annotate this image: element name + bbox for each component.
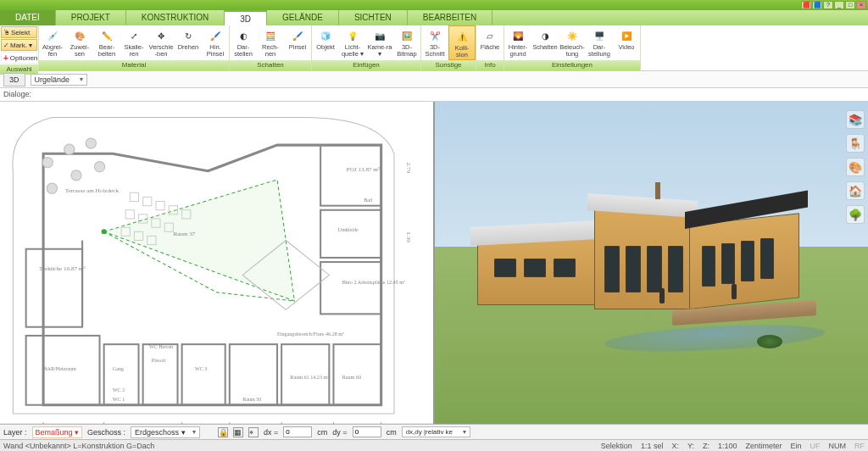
- floorplan-view[interactable]: Terrasse am Holzdeck Teeküche 10.87 m² R…: [0, 102, 435, 424]
- furniture-icon[interactable]: 🪑: [846, 134, 865, 153]
- title-bar: 🟥 🟦 ? _ □ ×: [0, 0, 868, 10]
- menu-sichten[interactable]: SICHTEN: [339, 10, 408, 25]
- snap-button[interactable]: ⌖: [248, 427, 259, 437]
- svg-text:Umkleide: Umkleide: [338, 227, 359, 232]
- geschoss-select[interactable]: Erdgeschoss ▾: [131, 426, 200, 438]
- dx-input[interactable]: [283, 426, 312, 437]
- camera-icon: 📷: [371, 27, 388, 44]
- palette-icon[interactable]: 🎨: [846, 158, 865, 176]
- object-icon: 🧊: [317, 27, 334, 44]
- menu-file[interactable]: DATEI: [0, 10, 56, 25]
- svg-text:Gang: Gang: [113, 366, 124, 371]
- status-rf: RF: [854, 442, 865, 450]
- 3d-view[interactable]: 📚 🪑 🎨 🏠 🌳: [435, 102, 868, 424]
- svg-text:FOJ 13.87 m²: FOJ 13.87 m²: [347, 166, 380, 173]
- menu-projekt[interactable]: PROJEKT: [56, 10, 126, 25]
- section-icon: ✂️: [426, 27, 443, 44]
- tool-3dbitmap[interactable]: 🖼️3D-Bitmap: [393, 25, 420, 60]
- group-einstellungen-label: Einstellungen: [504, 60, 640, 70]
- tool-darstellung[interactable]: 🖥️Dar-stellung: [586, 25, 613, 60]
- menu-3d[interactable]: 3D: [225, 10, 267, 25]
- group-sonstige: ✂️3D-Schnitt ⚠️Kolli-sion Sonstige: [421, 25, 476, 70]
- mark-button[interactable]: ✓ Mark. ▾: [1, 39, 37, 51]
- layers-icon[interactable]: 📚: [846, 110, 865, 129]
- maximize-button[interactable]: □: [845, 1, 855, 9]
- background-icon: 🌄: [509, 27, 526, 44]
- tool-kamera[interactable]: 📷Kame-ra ▾: [366, 25, 393, 60]
- status-y: Y:: [687, 442, 694, 450]
- group-material-label: Material: [39, 60, 229, 70]
- tool-hintergrund[interactable]: 🌄Hinter-grund: [504, 25, 531, 60]
- dock-tab-3d[interactable]: 3D: [3, 73, 25, 86]
- brush2-icon: 🖌️: [289, 27, 306, 44]
- svg-text:Bad: Bad: [364, 198, 372, 203]
- svg-text:Teeküche 10.87 m²: Teeküche 10.87 m²: [39, 265, 86, 272]
- house-icon[interactable]: 🏠: [846, 181, 865, 200]
- help-button[interactable]: ?: [823, 1, 833, 9]
- tool-beleuchtung[interactable]: ☀️Beleuch-tung: [559, 25, 586, 60]
- menu-bar: DATEI PROJEKT KONSTRUKTION 3D GELÄNDE SI…: [0, 10, 868, 25]
- tool-schatten2[interactable]: ◑Schatten: [531, 25, 559, 60]
- geschoss-label: Geschoss :: [87, 428, 125, 437]
- tool-video[interactable]: ▶️Video: [613, 25, 640, 60]
- eyedropper-icon: 💉: [44, 27, 61, 44]
- minimize-button[interactable]: _: [834, 1, 844, 9]
- menu-bearbeiten[interactable]: BEARBEITEN: [408, 10, 492, 25]
- tree-icon[interactable]: 🌳: [846, 205, 865, 224]
- svg-point-15: [86, 138, 96, 148]
- group-einfuegen: 🧊Objekt 💡Licht-quelle ▾ 📷Kame-ra ▾ 🖼️3D-…: [312, 25, 421, 70]
- dock-bar: 3D Urgelände: [0, 71, 868, 88]
- svg-point-12: [102, 229, 107, 234]
- tool-3dschnitt[interactable]: ✂️3D-Schnitt: [421, 25, 448, 60]
- svg-point-16: [47, 183, 57, 193]
- tool-abgreifen[interactable]: 💉Abgrei-fen: [39, 25, 66, 60]
- grid-button[interactable]: ▦: [233, 427, 243, 437]
- tool-hinpinsel[interactable]: 🖌️Hin. Pinsel: [202, 25, 229, 60]
- optionen-button[interactable]: Optionen: [1, 52, 37, 64]
- svg-point-14: [64, 144, 75, 154]
- tool-skalieren[interactable]: ⤢Skalie-ren: [120, 25, 147, 60]
- area-icon: ▱: [481, 27, 498, 44]
- status-scale: 1:100: [718, 442, 737, 450]
- tool-zuweisen[interactable]: 🎨Zuwei-sen: [66, 25, 93, 60]
- svg-text:2.70: 2.70: [405, 163, 412, 174]
- tool-rechnen[interactable]: 🧮Rech-nen: [257, 25, 284, 60]
- tool-verschieben[interactable]: ✥Verschie-ben: [147, 25, 175, 60]
- menu-konstruktion[interactable]: KONSTRUKTION: [126, 10, 225, 25]
- rel-select[interactable]: dx,dy |relativ ke: [402, 426, 470, 437]
- rotate-icon: ↻: [180, 27, 197, 44]
- group-einstellungen: 🌄Hinter-grund ◑Schatten ☀️Beleuch-tung 🖥…: [504, 25, 641, 70]
- tool-bearbeiten[interactable]: ✏️Bear-beiten: [93, 25, 120, 60]
- svg-text:1.30: 1.30: [405, 231, 412, 242]
- status-ratio: 1:1 sel: [641, 442, 664, 450]
- video-icon: ▶️: [618, 27, 635, 44]
- chimney: [655, 182, 660, 199]
- tool-lichtquelle[interactable]: 💡Licht-quelle ▾: [339, 25, 366, 60]
- tool-kollision[interactable]: ⚠️Kolli-sion: [448, 25, 476, 60]
- dock-select-terrain[interactable]: Urgelände: [31, 74, 88, 86]
- tool-objekt[interactable]: 🧊Objekt: [312, 25, 339, 60]
- svg-text:HAR/Heizraum: HAR/Heizraum: [43, 366, 76, 371]
- lang-de-button[interactable]: 🟥: [801, 1, 811, 9]
- group-info-label: Info: [476, 60, 504, 70]
- menu-gelaende[interactable]: GELÄNDE: [267, 10, 339, 25]
- status-uf: UF: [810, 442, 821, 450]
- dy-input[interactable]: [353, 426, 381, 437]
- layer-select[interactable]: Bemaßung ▾: [32, 426, 83, 438]
- display-icon: ◐: [235, 27, 252, 44]
- lock-button[interactable]: 🔒: [218, 427, 228, 437]
- tool-pinsel[interactable]: 🖌️Pinsel: [284, 25, 311, 60]
- lang-en-button[interactable]: 🟦: [812, 1, 822, 9]
- svg-point-18: [94, 162, 104, 172]
- close-button[interactable]: ×: [856, 1, 866, 9]
- lighting-icon: ☀️: [564, 27, 581, 44]
- tool-flaeche[interactable]: ▱Fläche: [476, 25, 504, 60]
- status-z: Z:: [703, 442, 709, 450]
- tool-darstellen[interactable]: ◐Dar-stellen: [230, 25, 257, 60]
- tool-drehen[interactable]: ↻Drehen: [175, 25, 202, 60]
- edit-icon: ✏️: [98, 27, 115, 44]
- selekt-button[interactable]: 🖱 Selekt: [1, 26, 37, 38]
- svg-text:Terrasse am Holzdeck: Terrasse am Holzdeck: [65, 187, 120, 194]
- light-icon: 💡: [344, 27, 361, 44]
- group-schatten-label: Schatten: [230, 60, 311, 70]
